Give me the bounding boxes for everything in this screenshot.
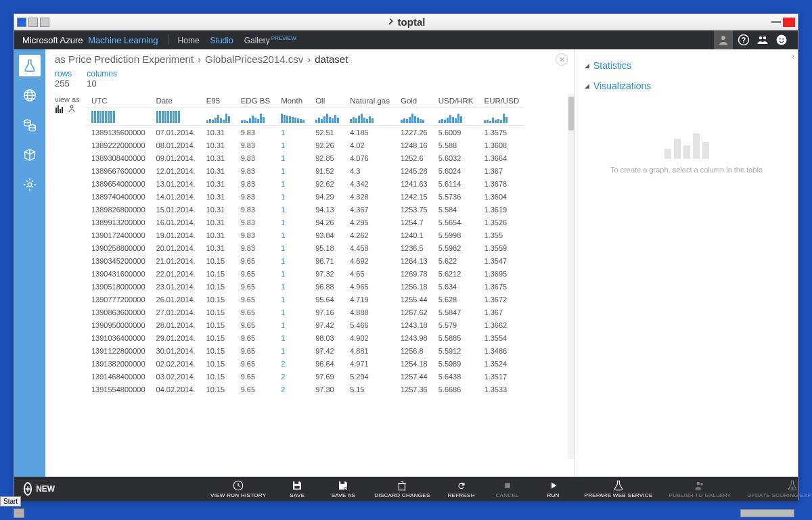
view-histogram-icon[interactable] — [55, 105, 64, 113]
new-button[interactable]: + NEW — [24, 482, 53, 496]
sidebar-settings-icon[interactable] — [19, 174, 41, 195]
sidebar-datasets-icon[interactable] — [19, 114, 41, 136]
table-row[interactable]: 138930840000009.01.2014.10.319.83192.854… — [86, 151, 524, 164]
nav-link-home[interactable]: Home — [178, 36, 200, 45]
table-cell: 10.31 — [201, 177, 235, 190]
table-row[interactable]: 138922200000008.01.2014.10.319.83192.264… — [86, 139, 524, 151]
table-row[interactable]: 138991320000016.01.2014.10.319.83194.264… — [86, 216, 524, 229]
toolbar-discard-changes[interactable]: DISCARD CHANGES — [374, 479, 430, 498]
taskbar-tray[interactable] — [740, 509, 794, 517]
table-cell: 23.01.2014. — [151, 280, 201, 293]
toolbar-run[interactable]: RUN — [539, 479, 568, 498]
window-control-icon[interactable] — [28, 18, 38, 27]
breadcrumb: as Price Prediction Experiment › GlobalP… — [45, 49, 574, 69]
table-row[interactable]: 139025880000020.01.2014.10.319.83195.184… — [86, 241, 524, 254]
breadcrumb-item[interactable]: GlobalPrices2014.csv — [205, 53, 303, 65]
table-cell: 1267.62 — [395, 306, 433, 318]
svg-point-12 — [28, 183, 32, 187]
toolbar-save-as[interactable]: SAVE AS — [328, 479, 358, 498]
nav-link-gallery[interactable]: Gallery PREVIEW — [244, 36, 296, 45]
column-header[interactable]: USD/HRK — [433, 94, 479, 108]
svg-point-25 — [701, 483, 704, 486]
table-cell: 1389740400000 — [86, 190, 151, 203]
table-cell: 9.83 — [235, 229, 275, 241]
avatar-icon[interactable] — [714, 30, 733, 49]
column-header[interactable]: Month — [275, 94, 310, 108]
window-control-icon[interactable] — [40, 18, 49, 27]
accordion-visualizations[interactable]: ◢Visualizations — [585, 80, 788, 91]
table-cell: 1390345200000 — [86, 254, 151, 267]
toolbar-view-run-history[interactable]: VIEW RUN HISTORY — [210, 479, 266, 498]
column-header[interactable]: Oil — [310, 94, 344, 108]
table-row[interactable]: 139146840000003.02.2014.10.159.65297.695… — [86, 370, 524, 383]
column-header[interactable]: Gold — [395, 94, 433, 108]
column-header[interactable]: UTC — [86, 94, 151, 108]
view-table-icon[interactable] — [67, 105, 76, 113]
table-cell: 5.6438 — [433, 370, 479, 383]
table-cell: 1242.15 — [395, 190, 433, 203]
table-row[interactable]: 138965400000013.01.2014.10.319.83192.624… — [86, 177, 524, 190]
table-row[interactable]: 139034520000021.01.2014.10.159.65196.714… — [86, 254, 524, 267]
table-cell: 1264.13 — [395, 254, 433, 267]
table-row[interactable]: 138974040000014.01.2014.10.319.83194.294… — [86, 190, 524, 203]
table-row[interactable]: 138913560000007.01.2014.10.319.83192.514… — [86, 126, 524, 139]
table-row[interactable]: 139103640000029.01.2014.10.159.65198.034… — [86, 331, 524, 344]
table-row[interactable]: 139051800000023.01.2014.10.159.65196.884… — [86, 280, 524, 293]
table-row[interactable]: 139112280000030.01.2014.10.159.65197.424… — [86, 344, 524, 357]
community-icon[interactable] — [754, 32, 771, 48]
toolbar-refresh[interactable]: REFRESH — [447, 479, 476, 498]
taskbar-box[interactable] — [14, 509, 24, 518]
table-cell: 9.65 — [235, 293, 275, 306]
table-cell: 9.65 — [235, 254, 275, 267]
table-cell: 5.6032 — [433, 151, 479, 164]
table-row[interactable]: 139077720000026.01.2014.10.159.65195.644… — [86, 293, 524, 306]
table-cell: 95.18 — [310, 241, 344, 254]
column-header[interactable]: E95 — [201, 94, 235, 108]
close-panel-icon[interactable]: ✕ — [556, 53, 568, 66]
table-row[interactable]: 139086360000027.01.2014.10.159.65197.164… — [86, 306, 524, 318]
sidebar-web-icon[interactable] — [19, 85, 41, 106]
help-icon[interactable]: ? — [736, 32, 752, 48]
nav-link-studio[interactable]: Studio — [210, 36, 233, 45]
triangle-icon: ◢ — [585, 82, 589, 89]
table-cell: 5.6686 — [433, 383, 479, 396]
vertical-scrollbar[interactable] — [568, 94, 574, 459]
column-header[interactable]: Date — [151, 94, 201, 108]
column-header[interactable]: EUR/USD — [478, 94, 524, 108]
sidebar-experiments-icon[interactable] — [19, 55, 41, 76]
discard-changes-icon — [396, 479, 408, 492]
toolbar-update-scoring-experiment: UPDATE SCORING EXPERIMENT — [747, 479, 812, 498]
scroll-thumb[interactable] — [568, 97, 574, 131]
table-row[interactable]: 139155480000004.02.2014.10.159.65297.305… — [86, 383, 524, 396]
column-header[interactable]: EDG BS — [235, 94, 275, 108]
table-row[interactable]: 139095000000028.01.2014.10.159.65197.425… — [86, 318, 524, 331]
table-row[interactable]: 139017240000019.01.2014.10.319.83193.844… — [86, 229, 524, 241]
breadcrumb-item[interactable]: as Price Prediction Experiment — [55, 53, 194, 65]
table-cell: 1.3554 — [478, 331, 524, 344]
sparkline-icon — [156, 111, 196, 123]
scroll-up-icon[interactable]: › — [790, 52, 796, 60]
sidebar-modules-icon[interactable] — [19, 144, 41, 166]
start-button[interactable]: Start — [0, 496, 21, 506]
table-cell: 4.692 — [344, 254, 395, 267]
close-icon[interactable] — [783, 18, 795, 27]
table-cell: 1243.18 — [395, 318, 433, 331]
svg-rect-21 — [341, 481, 345, 484]
table-row[interactable]: 138956760000012.01.2014.10.319.83191.524… — [86, 164, 524, 177]
column-header[interactable]: Natural gas — [344, 94, 395, 108]
table-row[interactable]: 139043160000022.01.2014.10.159.65197.324… — [86, 267, 524, 280]
table-row[interactable]: 138982680000015.01.2014.10.319.83194.134… — [86, 203, 524, 216]
rows-value: 255 — [55, 78, 72, 89]
accordion-statistics[interactable]: ◢Statistics — [585, 60, 788, 71]
toolbar-save[interactable]: SAVE — [282, 479, 312, 498]
table-cell: 16.01.2014. — [151, 216, 201, 229]
table-cell: 10.15 — [201, 357, 235, 370]
smile-icon[interactable] — [773, 32, 790, 48]
window-control-icon[interactable] — [17, 18, 26, 27]
table-cell: 1257.44 — [395, 370, 433, 383]
table-cell: 1.3559 — [478, 241, 524, 254]
table-row[interactable]: 139138200000002.02.2014.10.159.65296.644… — [86, 357, 524, 370]
table-cell: 93.84 — [310, 229, 344, 241]
toolbar-prepare-web-service[interactable]: PREPARE WEB SERVICE — [585, 479, 653, 498]
minimize-icon[interactable] — [771, 21, 781, 23]
